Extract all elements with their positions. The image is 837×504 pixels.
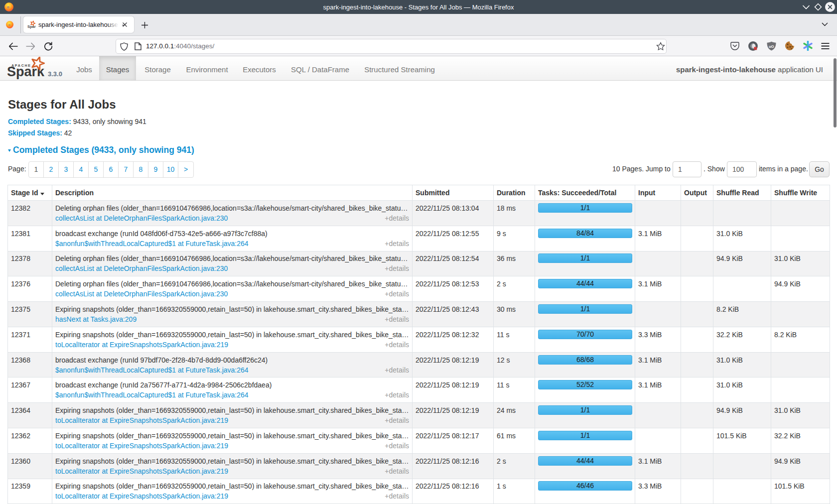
- svg-text:Spark: Spark: [27, 24, 36, 29]
- svg-text:uO: uO: [769, 44, 774, 49]
